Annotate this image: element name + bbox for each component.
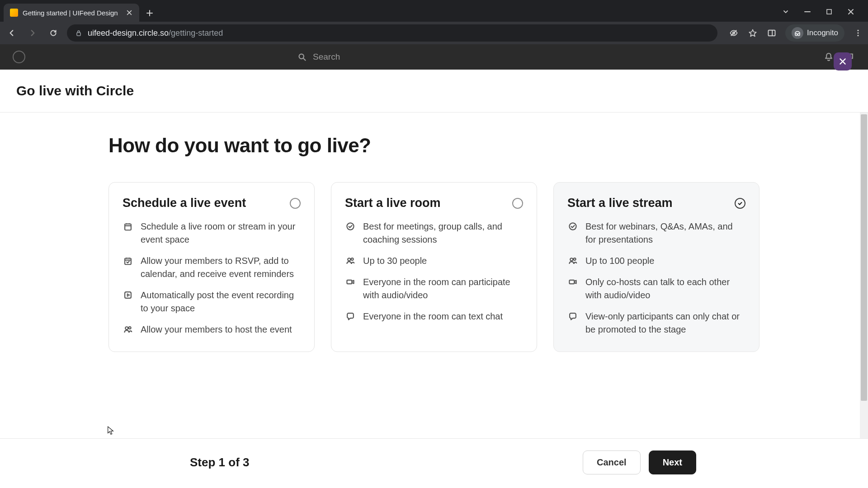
browser-tab-active[interactable]: Getting started | UIFeed Design (4, 4, 139, 22)
forward-button[interactable] (25, 26, 40, 40)
card-title: Start a live room (345, 196, 441, 210)
feature-row: Allow your members to host the event (123, 323, 301, 336)
check-circle-icon (567, 221, 578, 232)
card-title: Start a live stream (567, 196, 673, 210)
scrollbar-thumb[interactable] (861, 114, 867, 401)
new-tab-button[interactable] (143, 6, 156, 20)
radio-room[interactable] (512, 198, 523, 209)
url-input[interactable]: uifeed-design.circle.so/getting-started (67, 24, 717, 42)
back-button[interactable] (5, 26, 19, 40)
chevron-down-icon[interactable] (781, 7, 790, 16)
feature-text: Allow your members to RSVP, add to calen… (141, 254, 301, 281)
feature-text: Up to 100 people (585, 254, 654, 267)
feature-row: Everyone in the room can text chat (345, 310, 523, 323)
next-button[interactable]: Next (649, 450, 696, 474)
browser-menu-button[interactable] (853, 28, 863, 38)
window-maximize-button[interactable] (825, 7, 834, 16)
feature-row: Allow your members to RSVP, add to calen… (123, 254, 301, 281)
reload-button[interactable] (46, 26, 61, 40)
browser-tab-strip: Getting started | UIFeed Design (0, 0, 868, 22)
tab-title: Getting started | UIFeed Design (23, 9, 118, 17)
feature-text: Best for webinars, Q&As, AMAs, and for p… (585, 220, 745, 246)
feature-text: Allow your members to host the event (141, 323, 292, 336)
cancel-button[interactable]: Cancel (583, 450, 641, 474)
search-placeholder: Search (313, 52, 340, 62)
feature-row: View-only participants can only chat or … (567, 310, 745, 336)
feature-row: Up to 100 people (567, 254, 745, 267)
incognito-badge[interactable]: Incognito (785, 24, 844, 42)
card-title: Schedule a live event (123, 196, 246, 210)
option-card-schedule[interactable]: Schedule a live eventSchedule a live roo… (108, 182, 315, 352)
feature-text: Everyone in the room can participate wit… (363, 276, 523, 302)
feature-row: Everyone in the room can participate wit… (345, 276, 523, 302)
modal-body: How do you want to go live? Schedule a l… (0, 112, 868, 438)
feature-text: Best for meetings, group calls, and coac… (363, 220, 523, 246)
feature-text: Automatically post the event recording t… (141, 289, 301, 315)
feature-row: Schedule a live room or stream in your e… (123, 220, 301, 246)
incognito-label: Incognito (807, 28, 838, 38)
feature-text: Everyone in the room can text chat (363, 310, 503, 323)
feature-text: Up to 30 people (363, 254, 427, 267)
window-minimize-button[interactable] (803, 7, 812, 16)
feature-text: Schedule a live room or stream in your e… (141, 220, 301, 246)
go-live-modal: Go live with Circle How do you want to g… (0, 70, 868, 488)
close-tab-button[interactable] (126, 9, 133, 16)
modal-header: Go live with Circle (0, 70, 868, 112)
radio-stream[interactable] (735, 198, 745, 209)
step-indicator: Step 1 of 3 (190, 455, 249, 469)
chat-icon (567, 311, 578, 322)
feature-row: Automatically post the event recording t… (123, 289, 301, 315)
calendar-icon (123, 221, 133, 232)
calendar-check-icon (123, 255, 133, 266)
incognito-icon (792, 27, 803, 39)
chat-icon (345, 311, 356, 322)
card-header: Start a live room (345, 196, 523, 210)
people-icon (345, 255, 356, 266)
modal-question: How do you want to go live? (108, 134, 760, 157)
url-path: /getting-started (169, 28, 223, 38)
card-header: Start a live stream (567, 196, 745, 210)
people-icon (567, 255, 578, 266)
browser-address-bar: uifeed-design.circle.so/getting-started … (0, 22, 868, 44)
window-close-button[interactable] (846, 7, 855, 16)
lock-icon (75, 29, 82, 37)
modal-title: Go live with Circle (16, 83, 852, 99)
radio-schedule[interactable] (290, 198, 301, 209)
scrollbar-track[interactable] (860, 113, 868, 438)
feature-row: Only co-hosts can talk to each other wit… (567, 276, 745, 302)
app-search-bar: Search (289, 48, 579, 66)
video-icon (345, 277, 356, 287)
check-circle-icon (345, 221, 356, 232)
url-domain: uifeed-design.circle.so (88, 28, 169, 38)
video-icon (567, 277, 578, 287)
app-logo (13, 51, 25, 63)
close-modal-button[interactable] (834, 52, 852, 70)
feature-row: Up to 30 people (345, 254, 523, 267)
play-square-icon (123, 290, 133, 300)
people-icon (123, 324, 133, 335)
incognito-eye-icon[interactable] (728, 28, 739, 38)
feature-text: View-only participants can only chat or … (585, 310, 745, 336)
modal-footer: Step 1 of 3 Cancel Next (0, 438, 868, 488)
notifications-icon (823, 51, 835, 62)
feature-row: Best for webinars, Q&As, AMAs, and for p… (567, 220, 745, 246)
side-panel-icon[interactable] (766, 28, 777, 38)
option-card-stream[interactable]: Start a live streamBest for webinars, Q&… (553, 182, 760, 352)
option-card-room[interactable]: Start a live roomBest for meetings, grou… (331, 182, 537, 352)
search-icon (297, 52, 307, 61)
option-cards-grid: Schedule a live eventSchedule a live roo… (108, 182, 760, 352)
feature-text: Only co-hosts can talk to each other wit… (585, 276, 745, 302)
card-header: Schedule a live event (123, 196, 301, 210)
feature-row: Best for meetings, group calls, and coac… (345, 220, 523, 246)
page-viewport: Search Go live with Circle How do you wa… (0, 44, 868, 488)
tab-favicon (10, 9, 18, 17)
bookmark-star-icon[interactable] (747, 28, 758, 38)
